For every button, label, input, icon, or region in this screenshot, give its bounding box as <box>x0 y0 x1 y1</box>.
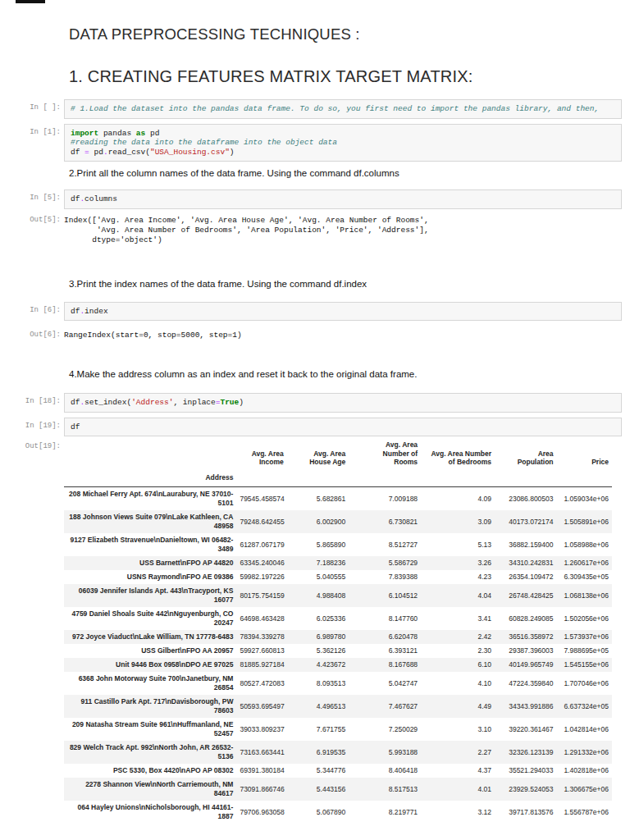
row-index-address: 209 Natasha Stream Suite 961\nHuffmanlan… <box>64 718 236 741</box>
code-token: #reading the data into the dataframe int… <box>71 138 337 147</box>
page-title: DATA PREPROCESSING TECHNIQUES : <box>69 26 630 43</box>
code-input-area[interactable]: df.columns <box>64 189 622 209</box>
section-heading: 1. CREATING FEATURES MATRIX TARGET MATRI… <box>69 67 630 85</box>
code-input-area[interactable]: import pandas as pd #reading the data in… <box>64 124 622 162</box>
table-cell: 8.147760 <box>349 607 421 630</box>
table-cell: 1.707046e+06 <box>557 672 612 695</box>
table-cell: 80175.754159 <box>236 584 286 607</box>
row-index-address: 6368 John Motorway Suite 700\nJanetbury,… <box>64 672 236 695</box>
table-cell: 5.13 <box>421 533 495 556</box>
code-input[interactable]: df.index <box>71 307 615 317</box>
table-cell: 34310.242831 <box>495 556 557 570</box>
code-token: df <box>71 307 80 316</box>
table-cell: 35521.294033 <box>495 764 557 778</box>
table-cell: 6.730821 <box>349 510 421 533</box>
table-cell: 6.637324e+05 <box>557 695 612 718</box>
table-cell: 23929.524053 <box>495 778 557 801</box>
table-cell: 2.30 <box>421 644 495 658</box>
table-row: 208 Michael Ferry Apt. 674\nLaurabury, N… <box>64 487 612 511</box>
index-header-spacer <box>421 469 495 487</box>
table-cell: 8.517513 <box>349 778 421 801</box>
table-row: 911 Castillo Park Apt. 717\nDavisborough… <box>64 695 612 718</box>
code-token: as <box>136 129 145 138</box>
table-cell: 3.09 <box>421 510 495 533</box>
table-cell: 73163.663441 <box>236 741 286 764</box>
table-cell: 1.068138e+06 <box>557 584 612 607</box>
table-cell: 4.04 <box>421 584 495 607</box>
row-index-address: Unit 9446 Box 0958\nDPO AE 97025 <box>64 658 236 672</box>
code-cell-1: In [1]: import pandas as pd #reading the… <box>0 124 622 162</box>
table-cell: 23086.800503 <box>495 487 557 511</box>
table-cell: 81885.927184 <box>236 658 286 672</box>
table-cell: 64698.463428 <box>236 607 286 630</box>
code-token: # 1.Load the dataset into the pandas dat… <box>71 104 599 113</box>
output-prompt: Out[5]: <box>0 212 64 226</box>
column-header: Avg. Area Income <box>236 439 286 469</box>
column-header: Avg. Area Number of Bedrooms <box>421 439 495 469</box>
code-token: ) <box>230 148 235 157</box>
table-cell: 34343.991886 <box>495 695 557 718</box>
table-cell: 79545.458574 <box>236 487 286 511</box>
table-cell: 39033.809237 <box>236 718 286 741</box>
output-cell-6: Out[6]: RangeIndex(start=0, stop=5000, s… <box>0 326 622 340</box>
header-corner <box>64 439 236 469</box>
table-cell: 2.27 <box>421 741 495 764</box>
code-input-area[interactable]: df.set_index('Address', inplace=True) <box>64 393 622 413</box>
markdown-step-4: 4.Make the address column as an index an… <box>69 368 614 380</box>
table-cell: 4.496513 <box>287 695 349 718</box>
row-index-address: 829 Welch Track Apt. 992\nNorth John, AR… <box>64 741 236 764</box>
table-cell: 39717.813576 <box>495 801 557 824</box>
table-cell: 7.988695e+05 <box>557 644 612 658</box>
output-prompt: Out[19]: <box>0 438 64 452</box>
table-cell: 40149.965749 <box>495 658 557 672</box>
table-row: USS Gilbert\nFPO AA 2095759927.6608135.3… <box>64 644 612 658</box>
index-header-spacer <box>236 469 286 487</box>
input-prompt: In [ ]: <box>0 99 64 113</box>
table-cell: 1.545155e+06 <box>557 658 612 672</box>
table-cell: 1.260617e+06 <box>557 556 612 570</box>
table-row: 972 Joyce Viaduct\nLake William, TN 1777… <box>64 630 612 644</box>
code-input-area[interactable]: df.index <box>64 302 622 322</box>
dataframe-header: Avg. Area IncomeAvg. Area House AgeAvg. … <box>64 439 612 487</box>
table-cell: 3.10 <box>421 718 495 741</box>
row-index-address: 911 Castillo Park Apt. 717\nDavisborough… <box>64 695 236 718</box>
code-input[interactable]: df.set_index('Address', inplace=True) <box>71 398 615 408</box>
table-row: USNS Raymond\nFPO AE 0938659982.1972265.… <box>64 570 612 584</box>
row-index-address: PSC 5330, Box 4420\nAPO AP 08302 <box>64 764 236 778</box>
table-cell: 7.839388 <box>349 570 421 584</box>
code-input[interactable]: import pandas as pd #reading the data in… <box>71 129 615 158</box>
dataframe-table: Avg. Area IncomeAvg. Area House AgeAvg. … <box>64 439 612 824</box>
row-index-address: 9127 Elizabeth Stravenue\nDanieltown, WI… <box>64 533 236 556</box>
dataframe-output: Avg. Area IncomeAvg. Area House AgeAvg. … <box>64 438 612 824</box>
output-cell-19: Out[19]: Avg. Area IncomeAvg. Area House… <box>0 438 622 824</box>
table-cell: 50593.695497 <box>236 695 286 718</box>
table-cell: 6.104512 <box>349 584 421 607</box>
table-cell: 6.309435e+05 <box>557 570 612 584</box>
code-input-area[interactable]: # 1.Load the dataset into the pandas dat… <box>64 99 622 119</box>
code-cell-19: In [19]: df <box>0 418 622 437</box>
code-input-area[interactable]: df <box>64 418 622 437</box>
column-header: Price <box>557 439 612 469</box>
table-cell: 6.919535 <box>287 741 349 764</box>
table-cell: 5.040555 <box>287 570 349 584</box>
table-cell: 1.042814e+06 <box>557 718 612 741</box>
table-cell: 6.393121 <box>349 644 421 658</box>
code-token: read_csv( <box>108 148 150 157</box>
output-text: RangeIndex(start=0, stop=5000, step=1) <box>64 326 622 340</box>
code-input[interactable]: df.columns <box>71 194 615 204</box>
page-corner-mark <box>16 0 45 3</box>
row-index-address: 06039 Jennifer Islands Apt. 443\nTracypo… <box>64 584 236 607</box>
code-input[interactable]: # 1.Load the dataset into the pandas dat… <box>71 104 615 114</box>
table-cell: 7.671755 <box>287 718 349 741</box>
code-input[interactable]: df <box>71 422 615 432</box>
table-cell: 4.423672 <box>287 658 349 672</box>
table-cell: 60828.249085 <box>495 607 557 630</box>
code-token: index <box>84 307 108 316</box>
table-cell: 1.058988e+06 <box>557 533 612 556</box>
markdown-step-3: 3.Print the index names of the data fram… <box>69 278 614 290</box>
table-cell: 73091.866746 <box>236 778 286 801</box>
table-cell: 79706.963058 <box>236 801 286 824</box>
table-row: 829 Welch Track Apt. 992\nNorth John, AR… <box>64 741 612 764</box>
code-token: df <box>71 422 80 431</box>
table-cell: 26748.428425 <box>495 584 557 607</box>
